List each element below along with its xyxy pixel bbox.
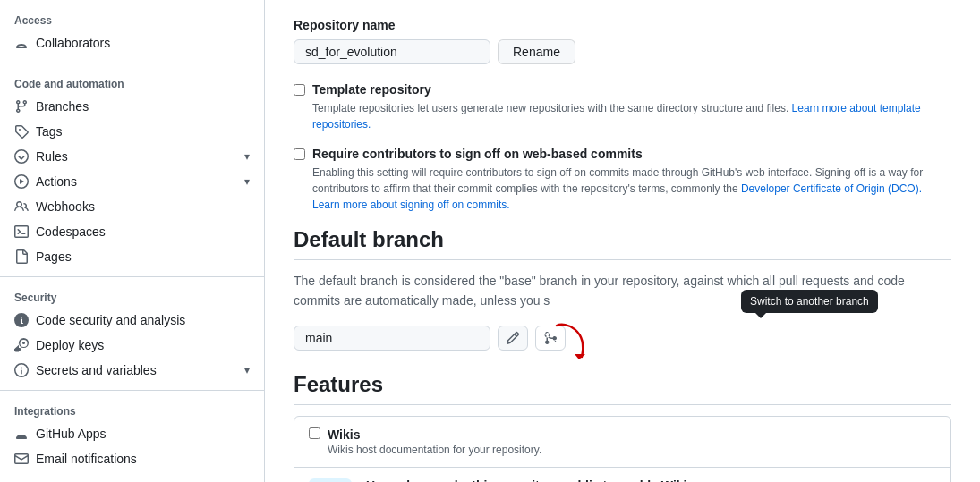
switch-branch-button[interactable] — [535, 326, 566, 351]
signoff-row: Require contributors to sign off on web-… — [294, 147, 951, 213]
security-section-header: Security — [0, 284, 264, 308]
repo-name-input[interactable] — [294, 39, 490, 64]
settings-sidebar: Access Collaborators Code and automation… — [0, 0, 265, 482]
template-repo-checkbox[interactable] — [294, 84, 305, 96]
branch-name-input[interactable] — [294, 326, 490, 351]
template-repo-row: Template repository Template repositorie… — [294, 82, 951, 132]
upgrade-row: Upgrade or make this repository public t… — [309, 478, 936, 482]
access-section-header: Access — [0, 7, 264, 30]
code-security-label: Code security and analysis — [36, 313, 250, 327]
rules-label: Rules — [36, 149, 244, 164]
branch-icon — [14, 99, 29, 114]
person-icon — [14, 36, 29, 50]
code-security-icon — [14, 313, 29, 327]
upgrade-feature-item: Upgrade or make this repository public t… — [294, 468, 950, 482]
email-icon — [14, 452, 29, 466]
sidebar-item-deploy-keys[interactable]: Deploy keys — [0, 333, 264, 358]
pages-icon — [14, 249, 29, 264]
edit-branch-button[interactable] — [498, 326, 528, 351]
integrations-section-header: Integrations — [0, 398, 264, 421]
repo-name-field-label: Repository name — [294, 18, 951, 32]
secrets-variables-label: Secrets and variables — [36, 363, 244, 377]
rename-button[interactable]: Rename — [498, 39, 575, 64]
signoff-label: Require contributors to sign off on web-… — [312, 147, 643, 161]
upgrade-title: Upgrade or make this repository public t… — [366, 478, 862, 482]
sidebar-item-collaborators[interactable]: Collaborators — [0, 30, 264, 55]
webhooks-label: Webhooks — [36, 199, 250, 214]
email-notifications-label: Email notifications — [36, 452, 250, 466]
collaborators-label: Collaborators — [36, 36, 250, 50]
repo-name-row: Rename — [294, 39, 951, 64]
actions-label: Actions — [36, 174, 244, 189]
secrets-icon — [14, 363, 29, 377]
template-repo-section: Template repository Template repositorie… — [294, 82, 951, 132]
wikis-feature-item: Wikis Wikis host documentation for your … — [294, 417, 950, 468]
tags-label: Tags — [36, 124, 250, 139]
key-icon — [14, 338, 29, 352]
sidebar-item-secrets-variables[interactable]: Secrets and variables ▾ — [0, 358, 264, 383]
wikis-checkbox[interactable] — [309, 427, 320, 439]
webhooks-icon — [14, 199, 29, 214]
pages-label: Pages — [36, 249, 250, 264]
wikis-desc: Wikis host documentation for your reposi… — [328, 444, 541, 456]
actions-icon — [14, 174, 29, 189]
secrets-chevron-icon: ▾ — [244, 364, 250, 376]
tag-icon — [14, 124, 29, 139]
actions-chevron-icon: ▾ — [244, 175, 250, 188]
upgrade-icon — [309, 478, 352, 482]
rules-chevron-icon: ▾ — [244, 150, 250, 163]
default-branch-title: Default branch — [294, 227, 951, 260]
switch-branch-tooltip: Switch to another branch — [741, 290, 878, 313]
github-apps-label: GitHub Apps — [36, 427, 250, 441]
deploy-keys-label: Deploy keys — [36, 338, 250, 352]
codespaces-label: Codespaces — [36, 224, 250, 239]
codespaces-icon — [14, 224, 29, 239]
sidebar-item-branches[interactable]: Branches — [0, 94, 264, 119]
template-repo-desc: Template repositories let users generate… — [312, 100, 951, 132]
sidebar-item-github-apps[interactable]: GitHub Apps — [0, 421, 264, 446]
dco-link[interactable]: Developer Certificate of Origin (DCO). — [741, 182, 922, 195]
branches-label: Branches — [36, 99, 250, 114]
rules-icon — [14, 149, 29, 164]
sidebar-item-email-notifications[interactable]: Email notifications — [0, 446, 264, 471]
sidebar-item-code-security[interactable]: Code security and analysis — [0, 308, 264, 333]
signoff-section: Require contributors to sign off on web-… — [294, 147, 951, 213]
svg-marker-0 — [575, 354, 585, 359]
branch-row: Switch to another branch — [294, 326, 951, 351]
signoff-learn-more-link[interactable]: Learn more about signing off on commits. — [312, 199, 510, 211]
template-repo-label: Template repository — [312, 82, 431, 97]
sidebar-item-actions[interactable]: Actions ▾ — [0, 169, 264, 194]
features-box: Wikis Wikis host documentation for your … — [294, 416, 951, 482]
sidebar-item-pages[interactable]: Pages — [0, 244, 264, 269]
main-content: Repository name Rename Template reposito… — [265, 0, 980, 482]
signoff-checkbox[interactable] — [294, 148, 305, 160]
features-title: Features — [294, 372, 951, 405]
sidebar-item-codespaces[interactable]: Codespaces — [0, 219, 264, 244]
sidebar-item-webhooks[interactable]: Webhooks — [0, 194, 264, 219]
github-apps-icon — [14, 427, 29, 441]
code-automation-section-header: Code and automation — [0, 71, 264, 94]
wikis-row: Wikis Wikis host documentation for your … — [309, 427, 936, 456]
signoff-desc: Enabling this setting will require contr… — [312, 165, 951, 213]
sidebar-item-tags[interactable]: Tags — [0, 119, 264, 144]
sidebar-item-rules[interactable]: Rules ▾ — [0, 144, 264, 169]
wikis-label: Wikis — [328, 427, 541, 442]
